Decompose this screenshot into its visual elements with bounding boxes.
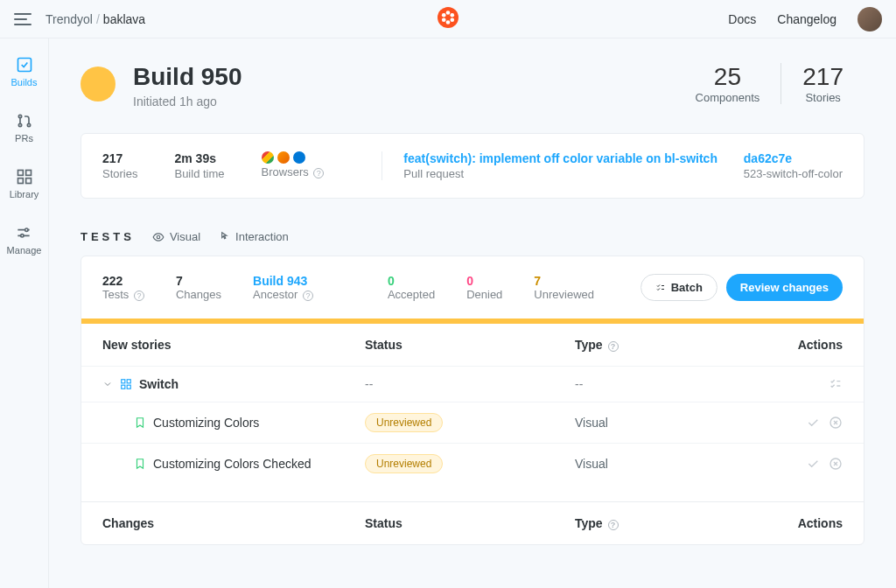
sum-changes: 7 Changes <box>176 274 221 301</box>
build-subtitle: Initiated 1h ago <box>133 94 242 108</box>
svg-rect-19 <box>127 380 130 383</box>
build-status-icon <box>80 66 116 102</box>
tests-title: TESTS <box>80 230 135 243</box>
sum-denied: 0 Denied <box>466 274 502 301</box>
table-row-story[interactable]: Customizing Colors Unreviewed Visual <box>81 402 864 443</box>
tab-interaction[interactable]: Interaction <box>218 230 289 243</box>
approve-icon[interactable] <box>806 457 820 471</box>
svg-point-15 <box>25 228 28 231</box>
main-content: Build 950 Initiated 1h ago 25 Components… <box>49 38 896 588</box>
menu-icon[interactable] <box>14 13 32 25</box>
svg-rect-21 <box>127 385 130 388</box>
build-header: Build 950 Initiated 1h ago 25 Components… <box>80 63 864 108</box>
info-stories: 217 Stories <box>102 151 137 180</box>
sidebar-item-manage[interactable]: Manage <box>7 224 42 256</box>
sum-ancestor[interactable]: Build 943 Ancestor ? <box>253 274 313 301</box>
svg-rect-11 <box>18 171 23 176</box>
edge-icon <box>293 151 305 164</box>
status-badge: Unreviewed <box>365 454 443 473</box>
chromatic-logo-icon[interactable] <box>438 7 458 32</box>
help-icon[interactable]: ? <box>134 290 144 301</box>
breadcrumb-org: Trendyol <box>46 12 93 26</box>
bookmark-icon <box>134 458 146 470</box>
review-changes-button[interactable]: Review changes <box>726 274 843 301</box>
svg-point-9 <box>18 123 21 126</box>
svg-point-16 <box>21 234 24 237</box>
svg-point-10 <box>27 123 30 126</box>
table-row-group[interactable]: Switch -- -- <box>81 366 864 402</box>
svg-rect-13 <box>18 178 23 184</box>
deny-icon[interactable] <box>829 457 843 471</box>
page-title: Build 950 <box>133 63 242 91</box>
help-icon[interactable]: ? <box>608 341 619 352</box>
chrome-icon <box>262 151 274 164</box>
help-icon[interactable]: ? <box>608 520 619 530</box>
info-browsers: Browsers ? <box>262 151 325 180</box>
sidebar: Builds PRs Library Manage <box>0 38 49 588</box>
pointer-icon <box>218 231 230 243</box>
checkbox-icon <box>16 56 33 74</box>
help-icon[interactable]: ? <box>303 290 313 301</box>
sidebar-item-builds[interactable]: Builds <box>11 56 38 88</box>
grid-icon <box>16 168 33 186</box>
info-buildtime: 2m 39s Build time <box>174 151 224 180</box>
svg-point-1 <box>446 10 451 15</box>
topbar: Trendyol/baklava Docs Changelog <box>0 0 896 38</box>
svg-rect-12 <box>25 171 31 176</box>
component-icon <box>120 378 132 390</box>
svg-point-2 <box>451 12 455 17</box>
docs-link[interactable]: Docs <box>728 12 756 26</box>
firefox-icon <box>277 151 290 164</box>
bookmark-icon <box>134 416 146 429</box>
stat-components: 25 Components <box>675 63 782 104</box>
sum-tests: 222 Tests ? <box>102 274 144 301</box>
build-info-panel: 217 Stories 2m 39s Build time Browsers ? <box>80 133 864 199</box>
svg-rect-18 <box>122 380 125 383</box>
tests-panel: 222 Tests ? 7 Changes Build 943 Ancestor… <box>80 256 864 545</box>
breadcrumb[interactable]: Trendyol/baklava <box>46 12 145 26</box>
table-row-story[interactable]: Customizing Colors Checked Unreviewed Vi… <box>81 443 864 484</box>
batch-button[interactable]: Batch <box>640 274 718 301</box>
sidebar-item-library[interactable]: Library <box>10 168 39 200</box>
pull-request-icon <box>16 112 33 130</box>
sliders-icon <box>15 224 32 242</box>
table-header-changes: Changes Status Type ? Actions <box>81 501 864 544</box>
breadcrumb-repo: baklava <box>103 12 145 26</box>
svg-point-3 <box>451 18 455 22</box>
help-icon[interactable]: ? <box>313 168 324 178</box>
checklist-icon <box>655 283 666 293</box>
svg-rect-14 <box>25 178 31 184</box>
sum-unreviewed: 7 Unreviewed <box>534 274 594 301</box>
svg-point-8 <box>18 115 21 117</box>
sidebar-item-prs[interactable]: PRs <box>15 112 33 144</box>
svg-point-0 <box>438 7 458 28</box>
info-pullrequest[interactable]: feat(switch): implement off color variab… <box>403 151 718 180</box>
chevron-down-icon <box>102 379 113 389</box>
svg-point-17 <box>157 235 160 239</box>
sum-accepted: 0 Accepted <box>388 274 435 301</box>
status-badge: Unreviewed <box>365 413 443 432</box>
svg-point-4 <box>446 20 451 24</box>
deny-icon[interactable] <box>829 416 843 430</box>
svg-point-6 <box>442 12 446 17</box>
eye-icon <box>152 231 164 243</box>
batch-approve-icon[interactable] <box>829 377 843 391</box>
info-commit[interactable]: da62c7e 523-switch-off-color <box>744 151 843 180</box>
approve-icon[interactable] <box>806 416 820 430</box>
tab-visual[interactable]: Visual <box>152 230 200 243</box>
changelog-link[interactable]: Changelog <box>777 12 836 26</box>
tests-section-header: TESTS Visual Interaction <box>80 230 864 243</box>
avatar[interactable] <box>858 7 882 32</box>
svg-point-5 <box>442 18 446 22</box>
table-header-newstories: New stories Status Type ? Actions <box>81 324 864 366</box>
svg-rect-7 <box>18 59 31 72</box>
svg-rect-20 <box>122 385 125 388</box>
stat-stories: 217 Stories <box>781 63 864 104</box>
